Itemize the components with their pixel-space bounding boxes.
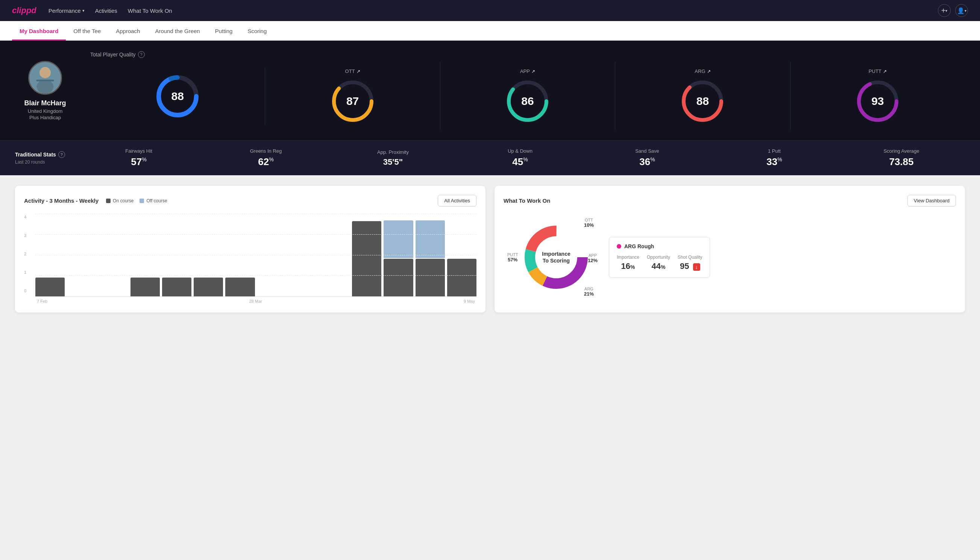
hero-section: Blair McHarg United Kingdom Plus Handica… [0, 41, 980, 140]
score-overall: 88 [90, 68, 265, 125]
y-label-1: 1 [24, 270, 26, 275]
player-name: Blair McHarg [24, 99, 66, 107]
bar-group-12 [416, 214, 445, 297]
off-course-bar [416, 220, 445, 258]
tab-approach[interactable]: Approach [108, 21, 147, 41]
overall-score: 88 [171, 90, 184, 103]
putt-donut-label: PUTT 57% [507, 252, 518, 263]
user-menu-button[interactable]: 👤 ▾ [955, 4, 968, 17]
on-course-bar [352, 221, 381, 297]
nav-what-to-work-on[interactable]: What To Work On [128, 1, 172, 21]
score-app: APP ↗ 86 [440, 62, 615, 130]
chevron-down-icon-avatar: ▾ [965, 8, 967, 13]
activity-chart-title: Activity - 3 Months - Weekly [24, 197, 98, 204]
player-country: United Kingdom [28, 108, 63, 114]
score-putt: PUTT ↗ 93 [790, 62, 965, 130]
stat-value-1: 62% [202, 156, 329, 168]
stat-value-6: 73.85 [838, 156, 965, 168]
svg-point-1 [40, 67, 51, 78]
y-label-4: 4 [24, 215, 26, 219]
info-metrics: Importance 16% Opportunity 44% Shot Qual… [617, 255, 702, 271]
nav-activities[interactable]: Activities [95, 1, 117, 21]
x-label-2: 9 May [464, 299, 475, 303]
on-course-bar [162, 278, 191, 297]
bar-group-11 [384, 214, 413, 297]
nav-menu: Performance ▾ Activities What To Work On [48, 1, 926, 21]
all-activities-button[interactable]: All Activities [438, 195, 476, 207]
app-score: 86 [521, 95, 534, 108]
tabs-bar: My Dashboard Off the Tee Approach Around… [0, 21, 980, 41]
on-course-bar [130, 278, 160, 297]
stat-up-and-down: Up & Down 45% [456, 148, 584, 168]
off-course-legend-label: Off course [146, 198, 167, 203]
bar-group-2 [98, 214, 128, 297]
stat-name-6: Scoring Average [838, 148, 965, 154]
player-info: Blair McHarg United Kingdom Plus Handica… [15, 61, 75, 120]
info-metric-value-1: 44% [647, 262, 670, 271]
ott-label: OTT ↗ [345, 68, 360, 74]
stat-value-2: 35'5" [329, 157, 456, 167]
what-card-header: What To Work On View Dashboard [504, 195, 956, 207]
traditional-stats-section: Traditional Stats ? Last 20 rounds Fairw… [0, 140, 980, 175]
nav-performance[interactable]: Performance ▾ [48, 1, 85, 21]
info-metric-shot-quality: Shot Quality 95 ↓ [678, 255, 702, 271]
bar-chart [35, 214, 476, 297]
player-handicap: Plus Handicap [29, 115, 61, 120]
view-dashboard-button[interactable]: View Dashboard [907, 195, 956, 207]
tab-scoring[interactable]: Scoring [240, 21, 274, 41]
info-dot-icon [617, 244, 621, 248]
what-content: PUTT 57% OTT 10% APP 12% ARG [504, 214, 956, 300]
info-metric-value-0: 16% [617, 262, 639, 271]
arg-score: 88 [696, 95, 709, 108]
app-arrow-icon: ↗ [531, 69, 535, 74]
tab-putting[interactable]: Putting [208, 21, 240, 41]
stat-fairways-hit: Fairways Hit 57% [75, 148, 202, 168]
tab-my-dashboard[interactable]: My Dashboard [12, 21, 66, 41]
chart-area [35, 214, 476, 297]
info-metric-label-1: Opportunity [647, 255, 670, 260]
bottom-section: Activity - 3 Months - Weekly On course O… [0, 175, 980, 323]
add-button[interactable]: + ▾ [938, 4, 951, 17]
bar-group-9 [320, 214, 350, 297]
help-icon[interactable]: ? [138, 51, 145, 58]
putt-donut: 93 [855, 78, 900, 124]
off-course-bar [384, 220, 413, 258]
plus-icon: + [941, 7, 946, 15]
bar-group-0 [35, 214, 65, 297]
info-metric-label-2: Shot Quality [678, 255, 702, 260]
y-label-0: 0 [24, 288, 26, 293]
chart-legend: On course Off course [106, 198, 167, 203]
arg-donut: 88 [680, 78, 725, 124]
tab-around-the-green[interactable]: Around the Green [147, 21, 207, 41]
bar-group-6 [225, 214, 255, 297]
activity-chart-header: Activity - 3 Months - Weekly On course O… [24, 195, 476, 207]
on-course-bar [384, 259, 413, 297]
y-label-3: 3 [24, 233, 26, 238]
nav-right-actions: + ▾ 👤 ▾ [938, 4, 968, 17]
trad-help-icon[interactable]: ? [58, 151, 65, 158]
info-card-title: ARG Rough [617, 243, 702, 249]
score-arg: ARG ↗ 88 [615, 62, 790, 130]
brand-logo[interactable]: clippd [12, 6, 37, 15]
tab-off-the-tee[interactable]: Off the Tee [66, 21, 108, 41]
info-metric-label-0: Importance [617, 255, 639, 260]
stat-value-3: 45% [456, 156, 584, 168]
trad-stats-sublabel: Last 20 rounds [15, 160, 75, 165]
stat-1-putt: 1 Putt 33% [711, 148, 838, 168]
stat-value-0: 57% [75, 156, 202, 168]
putt-score: 93 [871, 95, 884, 108]
arg-label: ARG ↗ [695, 68, 710, 74]
stat-app-proximity: App. Proximity 35'5" [329, 149, 456, 167]
legend-off-course: Off course [140, 198, 167, 203]
bar-group-10 [352, 214, 381, 297]
info-metric-value-2: 95 ↓ [678, 262, 702, 271]
app-label: APP ↗ [520, 68, 535, 74]
activity-chart-card: Activity - 3 Months - Weekly On course O… [15, 186, 486, 313]
bar-group-7 [257, 214, 286, 297]
chevron-down-icon: ▾ [82, 8, 85, 13]
stat-name-4: Sand Save [584, 148, 711, 154]
stat-name-5: 1 Putt [711, 148, 838, 154]
on-course-bar [225, 278, 255, 297]
arg-arrow-icon: ↗ [707, 69, 711, 74]
stat-value-4: 36% [584, 156, 711, 168]
